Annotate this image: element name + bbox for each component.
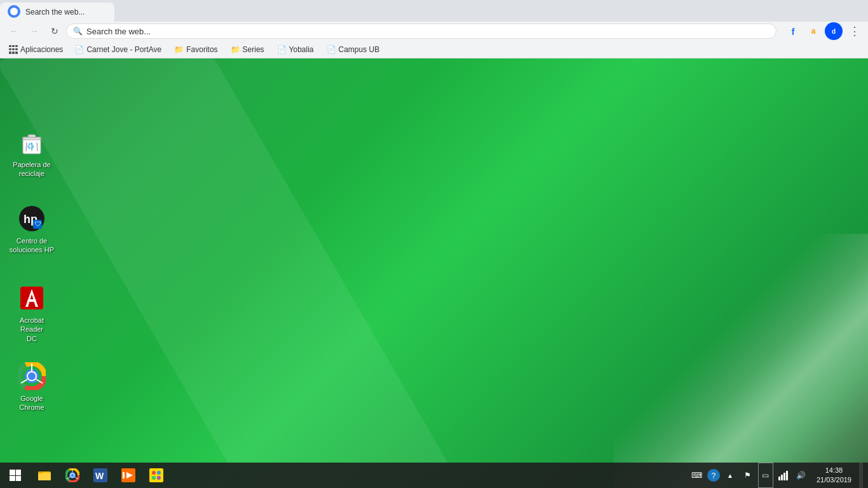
recycle-bin-label: Papelera dereciclaje: [13, 160, 50, 179]
forward-button[interactable]: →: [25, 22, 43, 40]
start-button[interactable]: [0, 463, 31, 488]
svg-rect-45: [778, 477, 780, 480]
svg-rect-24: [38, 473, 51, 480]
volume-tray-icon[interactable]: 🔊: [794, 463, 809, 488]
media-player-taskbar-icon: [121, 468, 136, 483]
svg-rect-47: [783, 473, 785, 480]
chrome-menu-button[interactable]: ⋮: [845, 22, 863, 40]
apps-label: Aplicaciones: [20, 45, 63, 54]
acrobat-label: Acrobat ReaderDC: [9, 316, 55, 343]
search-icon: 🔍: [73, 27, 83, 36]
bookmark-label: Favoritos: [186, 45, 217, 54]
svg-point-43: [152, 476, 156, 480]
acrobat-reader-icon[interactable]: Acrobat ReaderDC: [6, 280, 57, 346]
facebook-extension-icon[interactable]: f: [784, 22, 802, 40]
bookmark-series[interactable]: 📁 Series: [226, 44, 269, 55]
active-tab[interactable]: Search the web...: [0, 3, 114, 22]
bookmark-yobalia[interactable]: 📄 Yobalia: [272, 44, 319, 55]
tray-overflow-icon[interactable]: ▲: [722, 463, 738, 488]
taskbar-file-explorer[interactable]: [31, 463, 58, 488]
svg-point-42: [157, 471, 161, 475]
svg-rect-40: [149, 468, 163, 482]
taskbar-paint[interactable]: [142, 463, 170, 488]
hp-solutions-label: Centro desoluciones HP: [10, 236, 54, 255]
svg-point-41: [152, 471, 156, 475]
bookmark-label: Series: [243, 45, 264, 54]
tab-row: Search the web...: [0, 0, 868, 22]
svg-text:W: W: [95, 471, 104, 481]
system-clock[interactable]: 14:38 21/03/2019: [811, 463, 857, 488]
svg-rect-25: [38, 471, 43, 473]
svg-point-19: [28, 372, 36, 380]
help-tray-icon[interactable]: ?: [707, 469, 720, 482]
bookmark-label: Yobalia: [289, 45, 314, 54]
windows-logo-icon: [10, 470, 21, 481]
bookmark-folder-icon: 📁: [231, 45, 240, 54]
back-button[interactable]: ←: [5, 22, 23, 40]
dailymotion-extension-icon[interactable]: d: [825, 22, 843, 40]
taskbar-chrome[interactable]: [58, 463, 86, 488]
address-text: Search the web...: [86, 27, 770, 36]
bookmark-page-icon: 📄: [277, 45, 287, 54]
clock-time: 14:38: [825, 466, 843, 475]
recycle-bin-icon[interactable]: ♻ Papelera dereciclaje: [6, 125, 57, 181]
desktop: ♻ Papelera dereciclaje hp 🛡 Centro desol…: [0, 41, 868, 488]
forward-icon: →: [30, 26, 39, 36]
svg-point-1: [10, 8, 18, 15]
show-desktop-button[interactable]: [859, 463, 863, 488]
tablet-tray-icon[interactable]: ▭: [758, 463, 773, 488]
bookmark-carnet-jove[interactable]: 📄 Carnet Jove - PortAve: [69, 44, 166, 55]
flag-tray-icon[interactable]: ⚑: [740, 463, 756, 488]
system-tray: ⌨ ? ▲ ⚑ ▭ 🔊 14:38 21/03/2019: [684, 463, 868, 488]
chrome-browser-bar: Search the web... ← → ↻ 🔍 Search the web…: [0, 0, 868, 41]
keyboard-tray-icon[interactable]: ⌨: [689, 463, 705, 488]
taskbar-word[interactable]: W: [86, 463, 114, 488]
bookmark-folder-icon: 📁: [174, 45, 184, 54]
bookmark-label: Carnet Jove - PortAve: [86, 45, 161, 54]
svg-line-7: [37, 142, 37, 151]
svg-rect-46: [781, 475, 783, 480]
bookmark-page-icon: 📄: [327, 45, 336, 54]
file-explorer-icon: [37, 468, 52, 483]
svg-rect-39: [123, 472, 125, 478]
chrome-taskbar-icon: [65, 468, 80, 483]
nav-row: ← → ↻ 🔍 Search the web... f a d ⋮: [0, 22, 868, 41]
back-icon: ←: [10, 26, 18, 36]
google-chrome-label: Google Chrome: [9, 394, 55, 412]
recycle-bin-svg: ♻: [18, 128, 46, 156]
svg-text:🛡: 🛡: [35, 220, 41, 227]
hp-solutions-icon[interactable]: hp 🛡 Centro desoluciones HP: [6, 201, 57, 257]
bookmark-page-icon: 📄: [74, 45, 84, 54]
taskbar: W ⌨ ? ▲: [0, 463, 868, 488]
apps-button[interactable]: Aplicaciones: [5, 44, 67, 55]
taskbar-media-player[interactable]: [114, 463, 142, 488]
bookmark-campus-ub[interactable]: 📄 Campus UB: [322, 44, 385, 55]
hp-svg: hp 🛡: [18, 205, 46, 233]
address-bar[interactable]: 🔍 Search the web...: [66, 24, 776, 39]
bookmark-favoritos[interactable]: 📁 Favoritos: [169, 44, 222, 55]
signal-tray-icon[interactable]: [776, 463, 791, 488]
extension-icons: f a d ⋮: [784, 22, 863, 40]
desktop-icons: ♻ Papelera dereciclaje hp 🛡 Centro desol…: [0, 99, 868, 488]
paint-taskbar-icon: [149, 468, 164, 483]
acrobat-svg: [18, 284, 46, 312]
amazon-extension-icon[interactable]: a: [804, 22, 822, 40]
tab-title: Search the web...: [25, 8, 85, 17]
reload-button[interactable]: ↻: [46, 22, 64, 40]
svg-rect-48: [786, 471, 788, 480]
svg-point-44: [157, 476, 161, 480]
clock-date: 21/03/2019: [817, 475, 851, 485]
svg-point-31: [71, 474, 74, 477]
bookmark-label: Campus UB: [339, 45, 380, 54]
bookmarks-bar: Aplicaciones 📄 Carnet Jove - PortAve 📁 F…: [0, 41, 868, 58]
apps-grid-icon: [9, 45, 18, 54]
google-chrome-desktop-icon[interactable]: Google Chrome: [6, 358, 57, 415]
word-taskbar-icon: W: [93, 468, 108, 483]
svg-rect-4: [28, 135, 36, 137]
tab-favicon: [6, 4, 22, 21]
svg-text:♻: ♻: [27, 141, 35, 151]
svg-rect-3: [23, 137, 41, 140]
chrome-svg: [18, 362, 46, 390]
reload-icon: ↻: [51, 26, 58, 36]
